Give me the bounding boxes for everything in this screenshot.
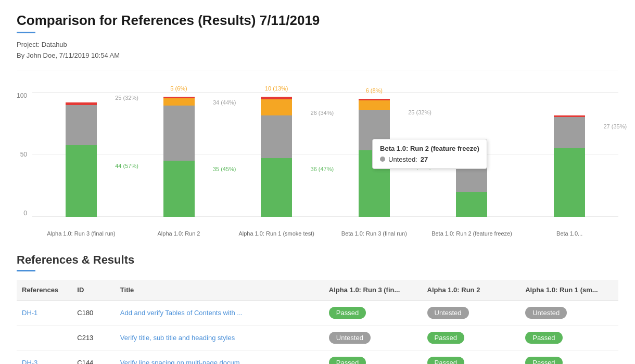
cell-id: C144 (72, 350, 115, 364)
tooltip-row: Untested: 27 (380, 155, 479, 163)
cell-title: Verify title, sub title and heading styl… (115, 325, 324, 350)
results-table: References ID Title Alpha 1.0: Run 3 (fi… (17, 280, 618, 364)
section-underline (17, 270, 35, 271)
col-header-id: ID (72, 280, 115, 301)
cell-ref: DH-1 (17, 300, 72, 325)
cell-run1: Untested (324, 325, 422, 350)
tooltip-dot (380, 157, 385, 162)
status-badge: Passed (525, 332, 562, 344)
section-divider (17, 71, 618, 71)
col-header-ref: References (17, 280, 72, 301)
status-badge: Untested (525, 307, 567, 319)
y-axis: 100 50 0 (17, 92, 27, 217)
ref-link[interactable]: DH-3 (22, 359, 37, 364)
tooltip-row-label: Untested: (388, 155, 417, 163)
bar-stack-1: 25 (32%) 44 (57%) (66, 92, 97, 217)
status-badge: Untested (329, 332, 371, 344)
cell-run2: Passed (422, 350, 520, 364)
x-label-6: Beta 1.0... (520, 227, 618, 237)
cell-run1: Passed (324, 350, 422, 364)
bar-group-3: 10 (13%) 26 (34%) 36 (47%) (227, 92, 325, 217)
tooltip-title: Beta 1.0: Run 2 (feature freeze) (380, 145, 479, 152)
cell-ref: DH-3 (17, 350, 72, 364)
title-link[interactable]: Add and verify Tables of Contents with .… (120, 309, 243, 317)
author-label: By John Doe, 7/11/2019 10:54 AM (17, 50, 618, 61)
cell-run1: Passed (324, 300, 422, 325)
x-label-2: Alpha 1.0: Run 2 (130, 227, 228, 237)
cell-run2: Passed (422, 325, 520, 350)
ref-link[interactable]: DH-1 (22, 309, 37, 317)
project-info: Project: Datahub By John Doe, 7/11/2019 … (17, 40, 618, 61)
cell-run2: Untested (422, 300, 520, 325)
bar-group-2: 5 (6%) 34 (44%) 35 (45%) (130, 92, 228, 217)
chart-wrapper: 100 50 0 25 (32%) (17, 82, 618, 238)
cell-title: Add and verify Tables of Contents with .… (115, 300, 324, 325)
chart-tooltip: Beta 1.0: Run 2 (feature freeze) Unteste… (372, 139, 487, 169)
table-row: DH-3C144Verify line spacing on multi-pag… (17, 350, 618, 364)
col-header-run1: Alpha 1.0: Run 3 (fin... (324, 280, 422, 301)
table-header-row: References ID Title Alpha 1.0: Run 3 (fi… (17, 280, 618, 301)
status-badge: Passed (329, 357, 366, 364)
status-badge: Untested (427, 307, 469, 319)
status-badge: Passed (427, 332, 464, 344)
chart-body: 25 (32%) 44 (57%) 5 (6 (32, 92, 618, 238)
title-underline (17, 32, 35, 33)
status-badge: Passed (427, 357, 464, 364)
status-badge: Passed (525, 357, 562, 364)
chart-section: 100 50 0 25 (32%) (17, 82, 618, 238)
bars-container: 25 (32%) 44 (57%) 5 (6 (32, 92, 618, 217)
x-label-3: Alpha 1.0: Run 1 (smoke test) (227, 227, 325, 237)
page-title: Comparison for References (Results) 7/11… (17, 12, 618, 29)
cell-id: C213 (72, 325, 115, 350)
cell-run3: Untested (520, 300, 618, 325)
col-header-title: Title (115, 280, 324, 301)
col-header-run3: Alpha 1.0: Run 1 (sm... (520, 280, 618, 301)
status-badge: Passed (329, 307, 366, 319)
cell-run3: Passed (520, 350, 618, 364)
title-link[interactable]: Verify title, sub title and heading styl… (120, 334, 235, 342)
bar-group-6: 27 (35%) (520, 92, 618, 217)
x-label-1: Alpha 1.0: Run 3 (final run) (32, 227, 130, 237)
tooltip-row-value: 27 (421, 155, 428, 163)
col-header-run2: Alpha 1.0: Run 2 (422, 280, 520, 301)
cell-id: C180 (72, 300, 115, 325)
project-label: Project: Datahub (17, 40, 618, 50)
results-section: References & Results References ID Title… (17, 253, 618, 364)
bar-group-1: 25 (32%) 44 (57%) (32, 92, 130, 217)
table-row: DH-1C180Add and verify Tables of Content… (17, 300, 618, 325)
x-label-5: Beta 1.0: Run 2 (feature freeze) (423, 227, 521, 237)
cell-run3: Passed (520, 325, 618, 350)
section-title: References & Results (17, 253, 618, 267)
table-row: C213Verify title, sub title and heading … (17, 325, 618, 350)
x-label-4: Beta 1.0: Run 3 (final run) (325, 227, 423, 237)
x-labels: Alpha 1.0: Run 3 (final run) Alpha 1.0: … (32, 227, 618, 237)
cell-ref (17, 325, 72, 350)
cell-title: Verify line spacing on multi-page docum.… (115, 350, 324, 364)
title-link[interactable]: Verify line spacing on multi-page docum.… (120, 359, 246, 364)
